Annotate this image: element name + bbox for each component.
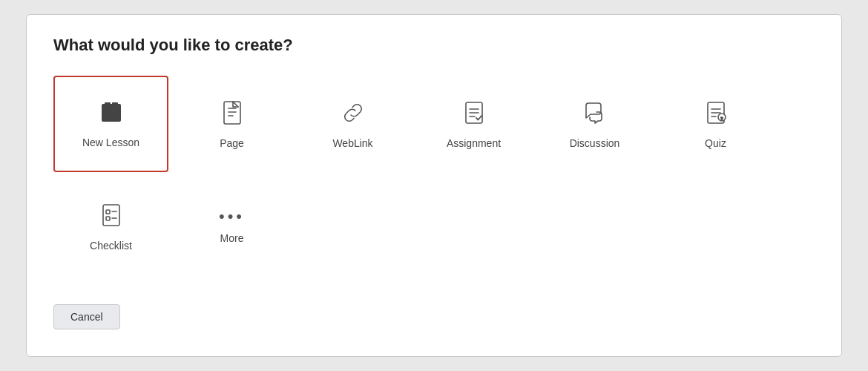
checklist-label: Checklist [90, 240, 132, 252]
page-icon [219, 99, 246, 130]
new-lesson-label: New Lesson [82, 137, 139, 148]
svg-rect-2 [112, 102, 118, 106]
dialog-footer: Cancel [53, 298, 815, 329]
page-button[interactable]: Page [174, 76, 289, 172]
assignment-label: Assignment [447, 137, 501, 149]
quiz-label: Quiz [705, 137, 726, 149]
svg-rect-0 [102, 104, 121, 122]
page-label: Page [220, 137, 244, 149]
checklist-icon [98, 202, 125, 232]
discussion-icon [582, 99, 608, 130]
more-button[interactable]: ••• More [174, 178, 289, 275]
svg-text:?: ? [720, 115, 723, 121]
quiz-icon: ? [703, 99, 729, 130]
cancel-button[interactable]: Cancel [53, 304, 120, 329]
create-dialog: What would you like to create? New Lesso… [26, 14, 842, 357]
assignment-icon [461, 99, 487, 130]
weblink-label: WebLink [332, 137, 372, 149]
svg-rect-3 [224, 102, 240, 124]
svg-rect-15 [106, 210, 110, 214]
items-grid: New Lesson Page [53, 76, 815, 280]
svg-rect-17 [106, 217, 110, 220]
new-lesson-icon [99, 100, 124, 129]
checklist-button[interactable]: Checklist [53, 178, 168, 275]
quiz-button[interactable]: ? Quiz [658, 76, 773, 172]
discussion-button[interactable]: Discussion [537, 76, 652, 172]
svg-rect-1 [105, 102, 111, 106]
new-lesson-button[interactable]: New Lesson [53, 76, 168, 172]
weblink-icon [340, 99, 366, 130]
weblink-button[interactable]: WebLink [295, 76, 410, 172]
assignment-button[interactable]: Assignment [416, 76, 531, 172]
more-icon: ••• [219, 209, 245, 225]
more-label: More [220, 232, 244, 244]
dialog-title: What would you like to create? [53, 36, 815, 55]
svg-rect-14 [103, 205, 119, 226]
discussion-label: Discussion [570, 137, 620, 149]
